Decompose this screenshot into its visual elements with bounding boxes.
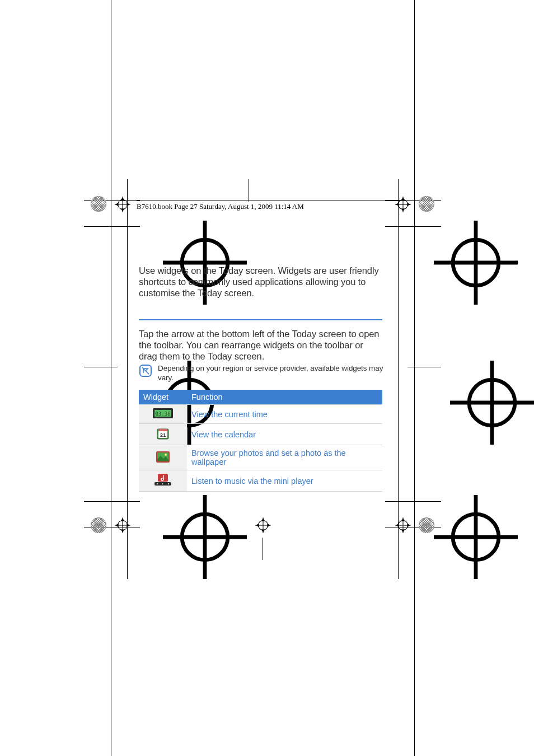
widget-icon-cell: 03:36 bbox=[139, 405, 187, 424]
table-row: 21 View the calendar bbox=[139, 424, 382, 445]
crosshair-icon bbox=[121, 495, 133, 507]
registration-circle-icon bbox=[91, 196, 106, 212]
widget-icon-cell bbox=[139, 445, 187, 470]
widget-table: Widget Function 03:36 View the current t… bbox=[139, 390, 382, 492]
widget-function-text: Listen to music via the mini player bbox=[187, 470, 382, 492]
svg-text:03:36: 03:36 bbox=[155, 411, 170, 417]
widget-function-text: View the calendar bbox=[187, 424, 382, 445]
svg-rect-16 bbox=[158, 429, 167, 431]
table-row: Listen to music via the mini player bbox=[139, 470, 382, 492]
header-rule bbox=[137, 200, 400, 200]
crosshair-icon bbox=[105, 361, 118, 373]
svg-point-25 bbox=[168, 483, 169, 484]
widget-function-text: Browse your photos and set a photo as th… bbox=[187, 445, 382, 470]
section-divider bbox=[139, 319, 382, 320]
registration-mark-icon bbox=[114, 195, 132, 213]
crosshair-icon bbox=[121, 221, 133, 233]
registration-circle-icon bbox=[419, 196, 434, 212]
crosshair-icon bbox=[392, 221, 404, 233]
calendar-widget-icon: 21 bbox=[157, 427, 169, 441]
widget-icon-cell: 21 bbox=[139, 424, 187, 445]
intro-paragraph: Use widgets on the Today screen. Widgets… bbox=[139, 265, 380, 298]
svg-point-23 bbox=[157, 483, 158, 484]
crosshair-icon bbox=[408, 361, 420, 373]
note-text: Depending on your region or service prov… bbox=[158, 364, 385, 383]
toolbar-tip-paragraph: Tap the arrow at the bottom left of the … bbox=[139, 328, 382, 362]
photo-widget-icon bbox=[156, 451, 170, 465]
crop-tick bbox=[249, 179, 249, 202]
header-text: B7610.book Page 27 Saturday, August 1, 2… bbox=[137, 202, 304, 211]
svg-text:21: 21 bbox=[160, 432, 166, 438]
registration-mark-icon bbox=[394, 195, 412, 213]
note-row: Depending on your region or service prov… bbox=[139, 364, 385, 383]
note-icon bbox=[139, 364, 152, 377]
crosshair-icon bbox=[392, 495, 404, 507]
widget-function-text: View the current time bbox=[187, 405, 382, 424]
table-header-widget: Widget bbox=[139, 390, 187, 405]
music-widget-icon bbox=[154, 474, 171, 488]
clock-widget-icon: 03:36 bbox=[153, 408, 173, 420]
table-row: 03:36 View the current time bbox=[139, 405, 382, 424]
svg-point-20 bbox=[165, 454, 167, 456]
table-header-function: Function bbox=[187, 390, 382, 405]
table-row: Browse your photos and set a photo as th… bbox=[139, 445, 382, 470]
widget-icon-cell bbox=[139, 470, 187, 492]
registration-circle-icon bbox=[91, 517, 106, 533]
